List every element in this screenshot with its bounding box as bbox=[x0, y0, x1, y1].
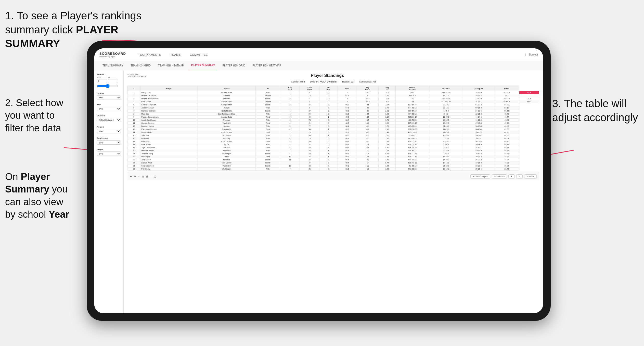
col-rank: # bbox=[128, 86, 140, 91]
table-cell: 29-38-2 bbox=[463, 155, 494, 158]
share-btn[interactable]: ↗ Share bbox=[524, 174, 537, 179]
table-cell: 47-40-3 bbox=[463, 122, 494, 125]
player-name: Michael Le Sassec bbox=[140, 94, 198, 97]
table-cell: 24 bbox=[128, 161, 140, 164]
table-cell: 1.92 bbox=[379, 137, 396, 140]
nav-committee[interactable]: COMMITTEE bbox=[185, 48, 213, 61]
table-cell: -1.5 bbox=[357, 119, 379, 122]
table-cell: -2.3 bbox=[357, 158, 379, 161]
table-cell: 21 bbox=[128, 152, 140, 155]
toolbar-copy[interactable]: ⧉ bbox=[142, 175, 144, 178]
sign-out-link[interactable]: Sign out bbox=[529, 53, 538, 56]
region-label: Region bbox=[97, 126, 121, 128]
range-from-input[interactable] bbox=[97, 79, 107, 83]
watch-btn[interactable]: 👁 Watch ▾ bbox=[492, 174, 507, 179]
table-cell: 2 bbox=[300, 97, 319, 100]
toolbar-dash[interactable]: — bbox=[149, 175, 152, 178]
nav-teams[interactable]: TEAMS bbox=[166, 48, 185, 61]
gender-select[interactable]: Men bbox=[97, 95, 121, 100]
table-cell: Fourth bbox=[255, 164, 280, 168]
table-cell: Auburn bbox=[198, 106, 255, 109]
range-to-input[interactable] bbox=[108, 79, 118, 83]
player-name: Jack Lundin bbox=[140, 158, 198, 161]
table-cell: -1.0 bbox=[357, 128, 379, 131]
table-cell: 50-16-0 bbox=[463, 106, 494, 109]
table-cell: 46.82 bbox=[494, 119, 519, 122]
table-cell: 452-66-12 bbox=[396, 164, 429, 168]
table-cell: Third bbox=[255, 155, 280, 158]
table-cell: First bbox=[255, 91, 280, 94]
table-cell: 1 bbox=[280, 94, 300, 97]
toolbar-grid[interactable]: ⊞ bbox=[146, 175, 148, 178]
table-cell: 7-17-5 bbox=[429, 152, 463, 155]
table-cell: -0.2 bbox=[357, 140, 379, 143]
table-cell: 3 bbox=[280, 116, 300, 119]
table-row: 21Taehoon SongWashingtonFourth423169.1-1… bbox=[128, 152, 539, 155]
player-select[interactable]: (All) bbox=[97, 151, 121, 156]
logo-scoreboard: SCOREBOARD bbox=[99, 52, 126, 56]
filter-gender: Gender: Men bbox=[291, 80, 305, 83]
subnav-player-h2h-heatmap[interactable]: PLAYER H2H HEATMAP bbox=[250, 61, 284, 70]
table-cell: 1 bbox=[280, 113, 300, 116]
table-cell: 23 bbox=[128, 158, 140, 161]
subnav-team-h2h-grid[interactable]: TEAM H2H GRID bbox=[128, 61, 154, 70]
table-cell: 1 bbox=[319, 116, 338, 119]
export-btn[interactable]: ⬆ bbox=[508, 174, 515, 179]
division-select[interactable]: NCAA Division I bbox=[97, 118, 121, 122]
fullscreen-btn[interactable]: ⤢ bbox=[516, 174, 523, 179]
table-cell: 22 bbox=[128, 155, 140, 158]
table-cell: 377-82-17 bbox=[396, 134, 429, 137]
update-time: Update time: 27/03/2024 16:56:26 bbox=[127, 73, 146, 78]
nav-tournaments[interactable]: TOURNAMENTS bbox=[134, 48, 166, 61]
conference-label: Conference bbox=[97, 137, 121, 139]
table-cell: -2.5 bbox=[357, 103, 379, 106]
region-select[interactable]: N/A bbox=[97, 129, 121, 133]
player-name: Nicholas Gabriele bbox=[140, 109, 198, 113]
col-vs-top50: Vs Top 50 bbox=[463, 86, 494, 91]
table-cell: 38-46-4 bbox=[463, 128, 494, 131]
subnav-team-summary[interactable]: TEAM SUMMARY bbox=[99, 61, 126, 70]
table-cell: 9 bbox=[128, 116, 140, 119]
subnav-player-h2h-grid[interactable]: PLAYER H2H GRID bbox=[220, 61, 248, 70]
annotation-bottom-text: On PlayerSummary youcan also viewby scho… bbox=[5, 171, 69, 220]
table-cell: 68.2 bbox=[338, 109, 357, 113]
table-cell: 8-21-1 bbox=[429, 146, 463, 149]
toolbar-clock[interactable]: ⏱ bbox=[154, 175, 157, 178]
table-cell: 44-26-0 bbox=[463, 119, 494, 122]
no-rds-slider[interactable] bbox=[97, 84, 119, 88]
table-cell: -2.0 bbox=[357, 106, 379, 109]
col-reg-rank: RegRank bbox=[280, 86, 300, 91]
player-standings-table: # Player School Yr RegRank ConfRank No.R… bbox=[127, 86, 539, 171]
table-cell: 68.8 bbox=[338, 149, 357, 152]
table-cell: -1.7 bbox=[357, 137, 379, 140]
table-cell: 16 bbox=[128, 137, 140, 140]
table-cell: -1.2 bbox=[357, 149, 379, 152]
view-original-btn[interactable]: 👁 View: Original bbox=[470, 174, 490, 179]
table-cell: 562-82-23 bbox=[396, 168, 429, 171]
col-no-rds: No.Rds. bbox=[319, 86, 338, 91]
table-cell: UCLA bbox=[198, 143, 255, 146]
table-cell: 49-35-9 bbox=[463, 149, 494, 152]
table-cell: Fourth bbox=[255, 152, 280, 155]
table-cell: East Tennessee State bbox=[198, 113, 255, 116]
table-cell: -1.6 bbox=[379, 100, 396, 103]
table-cell: Third bbox=[255, 140, 280, 143]
table-row: 1Wenyi DingArizona StateFirst1115167.1-3… bbox=[128, 91, 539, 94]
sidebar: No Rds. From To Gender bbox=[94, 70, 124, 313]
subnav-team-h2h-heatmap[interactable]: TEAM H2H HEATMAP bbox=[155, 61, 187, 70]
table-cell: 1 bbox=[280, 109, 300, 113]
table-cell: Fourth bbox=[255, 103, 280, 106]
toolbar-redo[interactable]: ↪ bbox=[134, 175, 136, 178]
subnav-player-summary[interactable]: PLAYER SUMMARY bbox=[188, 61, 218, 70]
toolbar-back[interactable]: ← bbox=[138, 175, 140, 178]
table-cell: 33-28-4 bbox=[463, 164, 494, 168]
toolbar-undo[interactable]: ↩ bbox=[130, 175, 132, 178]
table-cell: 1.47 bbox=[379, 140, 396, 143]
table-cell: North Carolina bbox=[198, 131, 255, 134]
year-select[interactable]: (All) bbox=[97, 107, 121, 111]
table-cell: 381-61-11 bbox=[429, 91, 463, 94]
player-label: Player bbox=[97, 148, 121, 150]
conference-select[interactable]: (All) bbox=[97, 140, 121, 145]
view-label: View: Original bbox=[475, 175, 488, 178]
table-cell: 58.18 bbox=[494, 106, 519, 109]
